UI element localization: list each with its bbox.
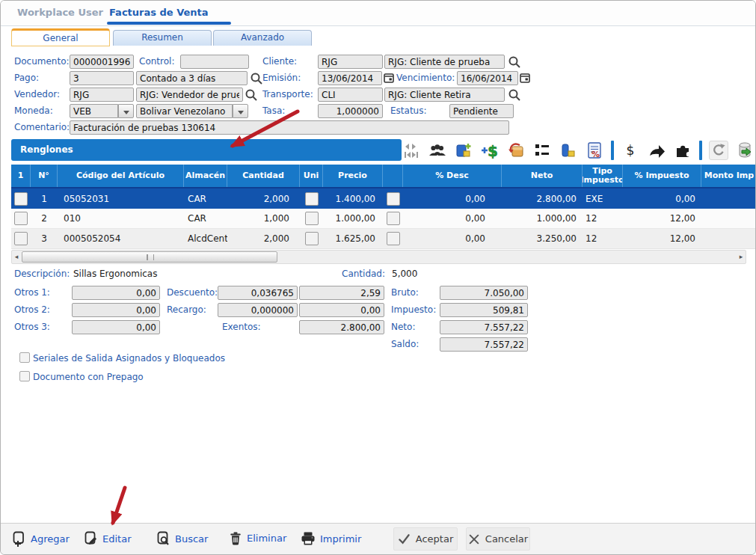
table-row[interactable]: 3 0005052054 AlcdCentr 2,000 1.625,00 0,…	[11, 229, 756, 249]
row-flag-checkbox[interactable]	[387, 232, 400, 245]
col-header-codigo[interactable]: Código del Artículo	[58, 165, 184, 187]
subtab-avanzado[interactable]: Avanzado	[213, 30, 312, 46]
col-header-monto-impuesto[interactable]: Monto Imp	[701, 165, 756, 187]
emision-input[interactable]	[318, 71, 382, 85]
transporte-code-input[interactable]	[318, 88, 383, 102]
emision-label: Emisión:	[262, 73, 301, 83]
moneda-name-dropdown-icon[interactable]	[233, 104, 248, 118]
prepago-checkbox[interactable]	[19, 371, 30, 381]
row-select-checkbox[interactable]	[14, 232, 28, 245]
editar-button[interactable]: Editar	[83, 531, 132, 546]
forward-arrow-icon[interactable]	[647, 141, 666, 160]
cliente-code-input[interactable]	[318, 55, 383, 69]
neto-input[interactable]	[440, 320, 528, 334]
record-navigation-icon[interactable]	[402, 141, 421, 160]
recargo-label: Recargo:	[167, 304, 206, 315]
otros3-input[interactable]	[72, 320, 160, 334]
impuesto-input[interactable]	[440, 303, 528, 317]
footer-toolbar: Agregar Editar Buscar Eliminar Imprimir …	[1, 523, 755, 554]
saldo-input[interactable]	[440, 337, 528, 352]
col-header-neto[interactable]: Neto	[502, 165, 583, 187]
moneda-code-dropdown-icon[interactable]	[118, 104, 134, 118]
currency-dollar-icon[interactable]: $	[621, 141, 640, 160]
prepago-checkbox-label: Documento con Prepago	[33, 372, 144, 382]
package-icon[interactable]	[506, 141, 526, 160]
table-row[interactable]: 1 05052031 CAR 2,000 1.400,00 0,00 2.800…	[11, 188, 756, 209]
row-select-checkbox[interactable]	[14, 212, 28, 225]
renglones-toolbar: $ % $	[402, 140, 756, 161]
col-header-desc[interactable]: % Desc	[403, 165, 502, 187]
col-header-uni[interactable]: Uni	[300, 165, 323, 187]
vendedor-name-input[interactable]	[136, 88, 243, 102]
check-icon	[398, 533, 411, 545]
row-uni-checkbox[interactable]	[305, 232, 319, 245]
col-header-cantidad[interactable]: Cantidad	[227, 165, 300, 187]
add-price-icon[interactable]: $	[480, 141, 500, 160]
refresh-icon[interactable]	[709, 141, 728, 160]
recargo-pct-input[interactable]	[218, 303, 298, 317]
users-icon[interactable]	[428, 141, 447, 160]
col-header-blank[interactable]	[383, 165, 403, 187]
tasa-input[interactable]	[318, 104, 383, 118]
comentario-input[interactable]	[70, 120, 509, 135]
tax-document-icon[interactable]: %	[585, 141, 604, 160]
imprimir-button[interactable]: Imprimir	[301, 531, 361, 546]
bruto-input[interactable]	[440, 286, 528, 300]
descuento-pct-input[interactable]	[218, 286, 298, 300]
seriales-checkbox[interactable]	[19, 352, 30, 363]
row-uni-checkbox[interactable]	[305, 192, 319, 206]
eliminar-button[interactable]: Eliminar	[229, 531, 286, 545]
list-icon[interactable]	[532, 141, 552, 160]
control-input[interactable]	[180, 55, 249, 69]
exentos-input[interactable]	[299, 320, 384, 334]
tab-facturas-de-venta[interactable]: Facturas de Venta	[109, 7, 209, 18]
moneda-name-select[interactable]: Bolivar Venezolano	[136, 104, 233, 118]
emision-calendar-icon[interactable]	[384, 73, 394, 84]
vencimiento-calendar-icon[interactable]	[520, 73, 530, 84]
facturas-window: Workplace User Facturas de Venta General…	[0, 0, 756, 555]
cancelar-button[interactable]: Cancelar	[466, 527, 530, 551]
subtab-resumen[interactable]: Resumen	[113, 30, 212, 46]
buscar-button[interactable]: Buscar	[156, 531, 208, 546]
add-article-icon[interactable]	[454, 141, 473, 160]
table-horizontal-scrollbar[interactable]: ◂ ▸	[11, 250, 746, 264]
descuento-monto-input[interactable]	[299, 286, 384, 300]
agregar-button[interactable]: Agregar	[11, 531, 70, 547]
pago-code-input[interactable]	[70, 71, 134, 85]
row-flag-checkbox[interactable]	[387, 212, 400, 225]
estatus-input[interactable]	[449, 104, 514, 118]
db-export-icon[interactable]	[735, 141, 755, 160]
subtab-general[interactable]: General	[11, 28, 110, 46]
tab-workplace-user[interactable]: Workplace User	[17, 7, 103, 18]
documento-input[interactable]	[70, 55, 134, 69]
col-header-numero[interactable]: N°	[31, 165, 58, 187]
scroll-right-icon[interactable]: ▸	[737, 252, 746, 262]
transporte-name-input[interactable]	[384, 88, 505, 102]
table-row[interactable]: 2 010 CAR 1,000 1.000,00 0,00 1.000,00 1…	[11, 209, 756, 229]
moneda-code-select[interactable]: VEB	[70, 104, 118, 118]
col-header-almacen[interactable]: Almacén	[184, 165, 227, 187]
col-header-tipo-impuesto[interactable]: Tipo Impuesto	[583, 165, 623, 187]
vendedor-search-icon[interactable]	[245, 88, 258, 102]
vencimiento-input[interactable]	[457, 71, 518, 85]
cliente-name-input[interactable]	[384, 55, 505, 69]
otros2-input[interactable]	[72, 303, 160, 317]
row-flag-checkbox[interactable]	[387, 192, 400, 206]
row-select-checkbox[interactable]	[14, 192, 28, 206]
cliente-search-icon[interactable]	[508, 55, 521, 69]
transporte-search-icon[interactable]	[508, 88, 521, 102]
col-header-precio[interactable]: Precio	[323, 165, 383, 187]
chart-icon[interactable]	[559, 141, 578, 160]
scrollbar-thumb[interactable]	[22, 251, 277, 263]
otros1-input[interactable]	[72, 286, 160, 300]
vendedor-code-input[interactable]	[70, 88, 134, 102]
pago-search-icon[interactable]	[250, 72, 263, 85]
pago-name-input[interactable]	[136, 71, 248, 85]
recargo-monto-input[interactable]	[299, 303, 384, 317]
col-header-sel[interactable]: 1	[11, 165, 31, 187]
scroll-left-icon[interactable]: ◂	[12, 252, 21, 262]
aceptar-button[interactable]: Aceptar	[393, 527, 458, 551]
row-uni-checkbox[interactable]	[305, 212, 319, 225]
col-header-pct-impuesto[interactable]: % Impuesto	[623, 165, 701, 187]
plugin-icon[interactable]	[673, 141, 692, 160]
